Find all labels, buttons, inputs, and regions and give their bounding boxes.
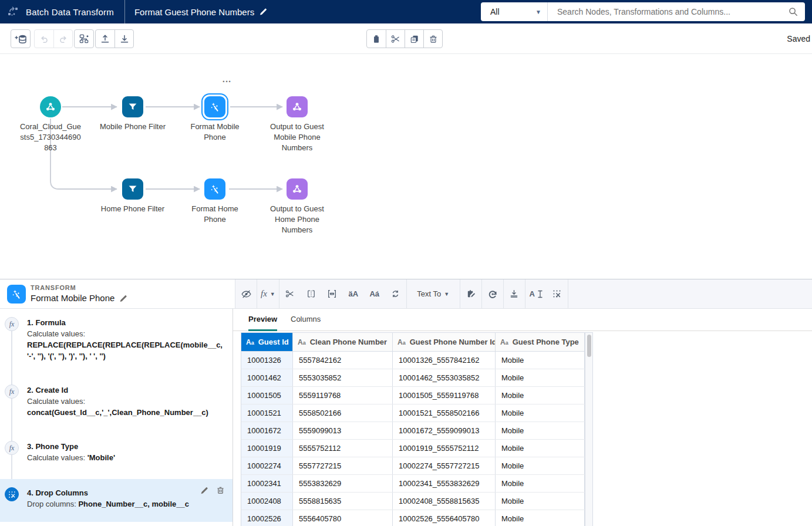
table-cell: Mobile [496, 440, 585, 457]
change-case-icon[interactable]: Aá [364, 279, 385, 308]
replace-text-icon[interactable]: äA [343, 279, 364, 308]
table-cell: 10002408_5558815635 [393, 493, 496, 510]
table-row[interactable]: 10002341555383262910002341_5553832629Mob… [241, 475, 592, 493]
table-row[interactable]: 10001326555784216210001326_5557842162Mob… [241, 352, 592, 369]
search-input[interactable] [548, 7, 786, 16]
table-row[interactable]: 10002274555772721510002274_5557727215Mob… [241, 457, 592, 475]
table-cell: 10002408 [241, 493, 293, 510]
step-4[interactable]: 4. Drop ColumnsDrop columns: Phone_Numbe… [0, 479, 233, 522]
output-node-icon [291, 183, 304, 195]
node-label: Output to Guest Mobile Phone Numbers [264, 122, 330, 153]
app-label: Batch Data Transform [26, 7, 114, 17]
graph-toolbar: Saved [0, 23, 812, 54]
table-cell: 5556405780 [293, 510, 393, 526]
node-filter[interactable] [122, 96, 143, 117]
top-header: Batch Data Transform Format Guest Phone … [0, 0, 812, 23]
split-columns-icon[interactable] [301, 279, 322, 308]
convert-values-icon[interactable] [385, 279, 406, 308]
upload-download-group [95, 29, 134, 48]
delete-icon[interactable] [423, 30, 442, 48]
edit-column-width-icon[interactable] [322, 279, 343, 308]
node-label: Output to Guest Home Phone Numbers [264, 204, 330, 235]
step-value: concat(Guest_Id__c,'_',Clean_Phone_Numbe… [27, 407, 224, 418]
node-label: Format Mobile Phone [182, 122, 248, 143]
table-row[interactable]: 10001505555911976810001505_5559119768Mob… [241, 387, 592, 404]
table-cell: 10001919_5555752112 [393, 440, 496, 457]
step-2[interactable]: fx2. Create IdCalculate values: concat(G… [0, 385, 233, 418]
transform-node-icon [7, 285, 26, 304]
add-input-data-button[interactable] [11, 29, 31, 48]
upload-button[interactable] [96, 30, 114, 48]
tab-columns[interactable]: Columns [291, 309, 321, 331]
canvas[interactable]: ••• Coral_Cloud_Guests5_1730344690863Mob… [0, 54, 812, 279]
search-icon[interactable] [789, 7, 798, 16]
edit-title-icon[interactable] [260, 8, 268, 16]
delete-step-icon[interactable] [217, 486, 224, 494]
edit-values-icon[interactable] [460, 279, 481, 308]
step-content: 3. Phone TypeCalculate values: 'Mobile' [27, 441, 224, 463]
text-to-dropdown[interactable]: Text To▼ [407, 279, 460, 308]
table-cell: 10001462 [241, 369, 293, 386]
table-cell: 10001326 [241, 352, 293, 369]
node-output[interactable] [287, 96, 308, 117]
table-cell: Mobile [496, 457, 585, 474]
step-3[interactable]: fx3. Phone TypeCalculate values: 'Mobile… [0, 441, 233, 463]
table-row[interactable]: 10001672555909901310001672_5559099013Mob… [241, 422, 592, 440]
cut-icon[interactable] [386, 30, 405, 48]
batch-transform-logo-icon [7, 6, 19, 18]
node-transform[interactable] [204, 178, 225, 200]
table-cell: 5558502166 [293, 404, 393, 422]
table-row[interactable]: 10002408555881563510002408_5558815635Mob… [241, 493, 592, 510]
transform-panel: TRANSFORM Format Mobile Phone fx▼ [0, 279, 812, 526]
rename-column-icon[interactable]: A [525, 279, 547, 308]
table-cell: Mobile [496, 422, 585, 439]
column-header[interactable]: AaClean Phone Number [293, 333, 393, 351]
edit-transform-name-icon[interactable] [119, 294, 127, 302]
output-download-icon[interactable] [504, 279, 525, 308]
text-to-label: Text To [417, 289, 441, 298]
node-transform-selected[interactable] [204, 96, 225, 117]
drop-columns-icon[interactable] [547, 279, 568, 308]
edit-step-icon[interactable] [200, 486, 208, 494]
column-header[interactable]: AaGuest Phone Type [496, 333, 585, 351]
redo-button[interactable] [53, 30, 72, 48]
table-scrollbar[interactable] [585, 333, 592, 526]
copy-icon[interactable] [405, 30, 423, 48]
node-source[interactable] [40, 96, 61, 117]
table-row[interactable]: 10001919555575211210001919_5555752112Mob… [241, 440, 592, 457]
header-divider [124, 0, 125, 23]
column-header-label: Guest Phone Number Id [410, 338, 496, 346]
column-header[interactable]: AaGuest Id [241, 333, 293, 351]
node-label: Format Home Phone [182, 204, 248, 225]
node-output[interactable] [287, 178, 308, 200]
formula-step-icon: fx [5, 317, 19, 331]
hide-columns-icon[interactable] [235, 279, 257, 308]
paste-icon[interactable] [367, 30, 386, 48]
auto-layout-button[interactable] [74, 29, 94, 48]
preview-table: AaGuest IdAaClean Phone NumberAaGuest Ph… [241, 332, 593, 526]
transform-panel-header: TRANSFORM Format Mobile Phone fx▼ [0, 279, 812, 309]
column-header[interactable]: AaGuest Phone Number Id [393, 333, 496, 351]
formula-menu-button[interactable]: fx▼ [257, 279, 279, 308]
output-node-icon [291, 100, 304, 113]
bucket-transform-icon[interactable] [482, 279, 503, 308]
step-1[interactable]: fx1. FormulaCalculate values: REPLACE(RE… [0, 317, 233, 362]
step-description: Calculate values: 'Mobile' [27, 452, 224, 463]
table-row[interactable]: 10001521555850216610001521_5558502166Mob… [241, 404, 592, 422]
tab-preview[interactable]: Preview [248, 309, 277, 331]
node-filter[interactable] [122, 178, 143, 200]
table-row[interactable]: 10002526555640578010002526_5556405780Mob… [241, 510, 592, 526]
table-cell: 10001505 [241, 387, 293, 404]
undo-button[interactable] [35, 30, 53, 48]
step-description: Drop columns: Phone_Number__c, mobile__c [27, 498, 224, 510]
download-button[interactable] [114, 30, 133, 48]
split-column-icon[interactable] [279, 279, 301, 308]
table-cell: 10001521 [241, 404, 293, 422]
search-scope-dropdown[interactable]: All ▼ [481, 2, 548, 21]
node-menu-dots[interactable]: ••• [216, 79, 238, 85]
scrollbar-thumb[interactable] [587, 335, 591, 357]
toolbar-spacer [568, 279, 812, 308]
table-row[interactable]: 10001462555303585210001462_5553035852Mob… [241, 369, 592, 387]
step-content: 1. FormulaCalculate values: REPLACE(REPL… [27, 317, 224, 362]
step-desc-label: Calculate values: [27, 453, 87, 462]
